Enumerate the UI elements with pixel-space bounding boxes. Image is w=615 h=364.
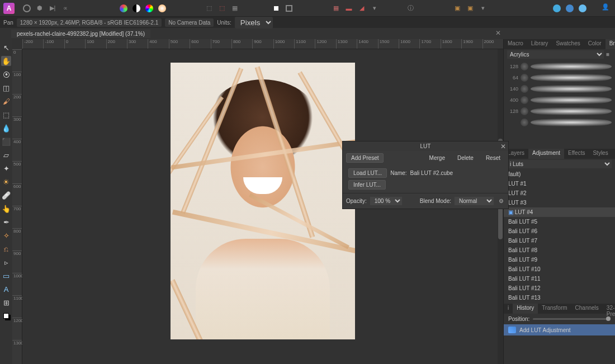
crop-tool-icon[interactable]: ◫ [1,83,11,93]
selection-icon[interactable]: ⬚ [204,3,215,14]
tab-macro[interactable]: Macro [504,39,527,49]
swatches-icon[interactable] [1,311,11,321]
toolbar-btn[interactable]: ▦ [229,3,240,14]
adjustment-preset[interactable]: Bali LUT #13 [504,293,615,302]
toolbar-btn[interactable]: ⬢ [34,3,45,14]
retouch-tool-icon[interactable]: ✧ [1,230,11,240]
delete-button[interactable]: Delete [453,154,478,162]
persona-liquify-icon[interactable] [564,3,575,14]
toolbar-btn[interactable] [157,3,168,14]
smudge-tool-icon[interactable]: 👆 [1,204,11,214]
history-panel: Position: Add LUT Adjustment [504,314,615,364]
clone-tool-icon[interactable]: ✦ [1,163,11,173]
toolbar-btn[interactable] [118,3,129,14]
tab-32bit[interactable]: 32-bit Preview [603,304,615,314]
add-preset-button[interactable]: Add Preset [346,153,384,163]
brush-category-select[interactable]: Acrylics [507,50,604,59]
adjustment-preset[interactable]: Bali LUT #5 [504,217,615,226]
opacity-select[interactable]: 100 % [370,197,402,205]
mesh-tool-icon[interactable]: ⊞ [1,297,11,308]
brush-preset[interactable]: 64 [504,72,615,83]
toolbar-btn[interactable] [131,3,142,14]
reset-button[interactable]: Reset [481,154,505,162]
close-icon[interactable]: ✕ [500,143,506,150]
adjustment-preset[interactable]: Bali LUT #11 [504,274,615,283]
arrange-icon[interactable]: ▣ [452,3,463,14]
gear-icon[interactable]: ⚙ [497,197,505,205]
brush-preset[interactable]: 128 [504,61,615,72]
adjustment-preset[interactable]: Bali LUT #10 [504,264,615,274]
tab-stock[interactable]: Stock [612,149,615,159]
load-lut-button[interactable]: Load LUT... [348,168,387,178]
brush-preset[interactable] [504,117,615,128]
gradient-tool-icon[interactable]: ⬛ [1,136,11,146]
persona-develop-icon[interactable] [577,3,588,14]
tab-effects[interactable]: Effects [564,149,589,159]
units-select[interactable]: Pixels [235,17,273,29]
pan-tool-icon[interactable]: ✋ [1,56,11,66]
brush-preset[interactable]: 140 [504,83,615,94]
toolbar-btn[interactable]: ▶| [47,3,58,14]
selection-icon[interactable]: ⬚ [216,3,228,14]
quickmask-icon[interactable] [283,3,295,14]
panel-menu-icon[interactable]: ≡ [604,51,612,58]
move-tool-icon[interactable]: ↖ [1,42,11,53]
tab-swatches[interactable]: Swatches [552,39,584,49]
adjustment-preset[interactable]: LUT #2 [504,188,615,198]
flood-tool-icon[interactable]: 💧 [1,123,11,133]
adjustment-preset[interactable]: fault) [504,169,615,179]
history-item[interactable]: Add LUT Adjustment [504,324,615,335]
tab-history[interactable]: History [513,304,538,314]
shape-tool-icon[interactable]: ▭ [1,271,11,281]
tab-library[interactable]: Library [527,39,552,49]
toolbar-btn[interactable] [144,3,155,14]
pen-tool-icon[interactable]: ✒ [1,217,11,227]
eraser-tool-icon[interactable]: ▱ [1,150,11,160]
brush-tool-icon[interactable]: 🖌 [1,96,11,106]
tab-channels[interactable]: Channels [571,304,603,314]
share-icon[interactable]: ∝ [60,3,71,14]
stamp-tool-icon[interactable]: ⎌ [1,244,11,254]
account-icon[interactable]: 👤 [602,3,611,12]
adjustment-preset[interactable]: LUT #3 [504,198,615,207]
persona-photo-icon[interactable] [551,3,562,14]
adjustment-preset[interactable]: LUT #1 [504,179,615,188]
history-slider[interactable] [533,318,611,320]
node-tool-icon[interactable]: ▹ [1,257,11,267]
tab-info[interactable]: i [504,304,513,314]
color-picker-tool-icon[interactable]: ⦿ [1,69,11,79]
document-tab[interactable]: pexels-rachel-claire-4992382.jpg [Modifi… [11,30,150,38]
healing-tool-icon[interactable]: 🩹 [1,190,11,200]
tab-transform[interactable]: Transform [538,304,571,314]
brush-preset[interactable]: 128 [504,106,615,117]
adjustment-preset[interactable]: Bali LUT #12 [504,283,615,293]
toolbar-btn[interactable]: ▬ [343,3,354,14]
tab-adjustment[interactable]: Adjustment [528,149,564,159]
tab-styles[interactable]: Styles [589,149,612,159]
lut-dialog-title: LUT ✕ [343,141,508,151]
brush-preset[interactable]: 400 [504,94,615,106]
adjustment-preset[interactable]: Bali LUT #8 [504,245,615,255]
toolbar-btn[interactable]: ▦ [330,3,342,14]
infer-lut-button[interactable]: Infer LUT... [348,180,386,190]
arrange-icon[interactable]: ▣ [465,3,476,14]
toolbar-btn[interactable]: ◢ [356,3,367,14]
toolbar-btn[interactable] [21,3,32,14]
adjustment-category-select[interactable]: i Luts [507,160,612,168]
assistant-icon[interactable]: ⓘ [405,3,416,14]
arrange-icon[interactable]: ▾ [477,3,489,14]
adjustment-preset[interactable]: Bali LUT #6 [504,226,615,236]
toolbar-btn[interactable]: ▾ [369,3,380,14]
dodge-tool-icon[interactable]: ☀ [1,177,11,187]
blend-mode-select[interactable]: Normal [455,197,494,205]
tab-color[interactable]: Color [584,39,605,49]
quickmask-icon[interactable] [271,3,282,14]
tab-brushes[interactable]: Brushes [605,39,615,49]
text-tool-icon[interactable]: A [1,284,11,294]
adjustment-preset[interactable]: Bali LUT #9 [504,255,615,264]
merge-button[interactable]: Merge [425,154,450,162]
adjustment-preset[interactable]: ▣ LUT #4 [504,207,615,217]
selection-tool-icon[interactable]: ⬚ [1,110,11,120]
close-tab-icon[interactable]: ✕ [495,29,501,37]
adjustment-preset[interactable]: Bali LUT #7 [504,236,615,245]
